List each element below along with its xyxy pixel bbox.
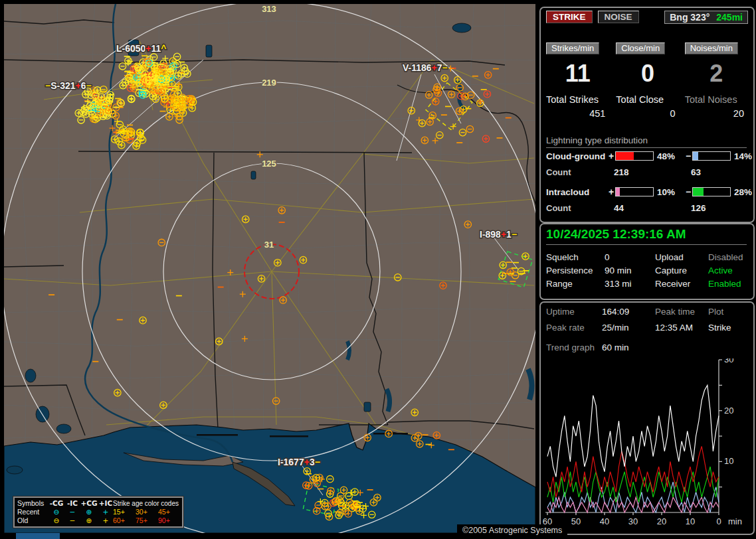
- svg-text:20: 20: [657, 516, 666, 526]
- svg-text:40: 40: [600, 516, 609, 526]
- svg-text:30: 30: [724, 358, 733, 364]
- total-strikes-label: Total Strikes: [546, 94, 609, 105]
- lightning-map[interactable]: 31125219313 −S-321+6−L-6050+11^V-1186+7−…: [4, 4, 535, 533]
- cg-neg-pct: 14%: [731, 151, 752, 161]
- svg-text:20: 20: [724, 406, 733, 416]
- plot-value: Strike: [708, 323, 749, 333]
- ic-pos-recent-icon: +: [98, 508, 113, 516]
- peak-time-label: Peak time: [655, 307, 708, 317]
- plot-label: Plot: [708, 307, 749, 317]
- map-canvas: 31125219313 −S-321+6−L-6050+11^V-1186+7−…: [4, 4, 535, 533]
- uptime-value: 164:09: [602, 307, 655, 317]
- plus-sign: +: [607, 151, 615, 161]
- upload-label: Upload: [655, 252, 708, 262]
- strikes-per-min-button[interactable]: Strikes/min: [546, 42, 599, 54]
- trend-graph: 6050403020100min102030: [542, 358, 752, 532]
- intracloud-count-row: Count 44 126: [546, 203, 749, 213]
- svg-text:−S-321+6−: −S-321+6−: [45, 80, 92, 91]
- datetime-display: 10/24/2025 12:39:16 AM: [546, 227, 747, 245]
- cloud-ground-count-row: Count 218 63: [546, 167, 749, 177]
- strikes-column: Strikes/min 11 Total Strikes 451: [546, 42, 609, 119]
- ic-pos-bar: [615, 187, 654, 196]
- age-75: 75+: [136, 516, 158, 525]
- svg-text:min: min: [728, 516, 742, 526]
- svg-text:50: 50: [571, 516, 581, 526]
- ic-neg-bar: [692, 187, 731, 196]
- trend-graph-duration: 60 min: [602, 343, 655, 352]
- strikes-per-min-value: 11: [546, 60, 609, 90]
- distribution-heading: Lightning type distribution: [546, 135, 747, 148]
- ic-pos-old-icon: +: [98, 516, 113, 525]
- squelch-value: 0: [605, 252, 655, 262]
- close-column: Close/min 0 Total Close 0: [616, 42, 679, 119]
- svg-text:I-898+1−: I-898+1−: [480, 229, 517, 240]
- legend-symbols-header: Symbols: [17, 499, 48, 508]
- capture-status: Active: [708, 266, 749, 275]
- strike-stats-panel: STRIKENOISE Bng 323°245mi Strikes/min 11…: [539, 7, 755, 223]
- range-label: Range: [546, 279, 605, 289]
- squelch-label: Squelch: [546, 252, 605, 262]
- peak-time-value: 12:35 AM: [655, 323, 708, 333]
- count-label: Count: [546, 203, 614, 213]
- total-close-value: 0: [616, 108, 679, 119]
- minus-sign: −: [684, 151, 692, 161]
- minus-sign: −: [684, 187, 692, 197]
- peak-rate-label: Peak rate: [546, 323, 602, 333]
- nexstorm-app: { "window": { "copyright": "©2005 Astrog…: [0, 0, 756, 539]
- cg-pos-old-icon: ⊕: [80, 516, 98, 525]
- cg-pos-count: 218: [614, 167, 691, 177]
- legend-col-cg-pos: +CG: [80, 499, 98, 508]
- bearing-label: Bng 323°: [670, 12, 709, 23]
- persistence-value: 90 min: [605, 266, 655, 275]
- settings-row: Persistence 90 min Capture Active: [546, 266, 749, 275]
- cg-pos-pct: 48%: [654, 151, 684, 161]
- noise-mode-button[interactable]: NOISE: [598, 11, 639, 23]
- age-15: 15+: [113, 508, 136, 516]
- svg-text:10: 10: [686, 516, 695, 526]
- plus-sign: +: [607, 187, 615, 197]
- cg-neg-recent-icon: ⊖: [48, 508, 65, 516]
- cg-pos-recent-icon: ⊕: [80, 508, 98, 516]
- svg-text:I-1677+3−: I-1677+3−: [278, 457, 320, 467]
- ic-neg-old-icon: −: [65, 516, 80, 525]
- legend-old-label: Old: [17, 516, 48, 525]
- ic-neg-pct: 28%: [731, 187, 752, 197]
- status-row: Uptime 164:09 Peak time Plot: [546, 307, 749, 317]
- svg-text:10: 10: [724, 456, 733, 466]
- noises-column: Noises/min 2 Total Noises 20: [685, 42, 748, 119]
- cg-neg-bar: [692, 151, 731, 161]
- bearing-range: 245mi: [716, 12, 743, 23]
- age-60: 60+: [113, 516, 136, 525]
- intracloud-label: Intracloud: [546, 187, 607, 197]
- ic-pos-count: 44: [614, 203, 691, 213]
- legend-age-header: Strike age color codes: [113, 499, 178, 508]
- total-noises-label: Total Noises: [685, 94, 748, 105]
- bottom-status-strip: [16, 533, 60, 539]
- total-close-label: Total Close: [616, 94, 679, 105]
- cg-pos-bar: [615, 151, 654, 161]
- capture-label: Capture: [655, 266, 708, 275]
- noises-per-min-button[interactable]: Noises/min: [685, 42, 738, 54]
- age-30: 30+: [136, 508, 158, 516]
- receiver-status: Enabled: [708, 279, 749, 289]
- svg-text:31: 31: [264, 240, 274, 250]
- age-45: 45+: [158, 508, 178, 516]
- close-per-min-value: 0: [616, 60, 679, 90]
- ic-neg-count: 126: [691, 203, 749, 213]
- peak-rate-value: 25/min: [602, 323, 655, 333]
- close-per-min-button[interactable]: Close/min: [616, 42, 665, 54]
- svg-text:219: 219: [262, 78, 276, 88]
- legend-col-ic-pos: +IC: [98, 499, 113, 508]
- cg-neg-old-icon: ⊖: [48, 516, 65, 525]
- trend-panel: Uptime 164:09 Peak time Plot Peak rate 2…: [539, 301, 755, 535]
- intracloud-row: Intracloud + 10% − 28%: [546, 187, 749, 197]
- settings-row: Squelch 0 Upload Disabled: [546, 252, 749, 262]
- strike-mode-button[interactable]: STRIKE: [546, 11, 593, 23]
- age-90: 90+: [158, 516, 178, 525]
- svg-text:125: 125: [262, 159, 276, 169]
- bearing-readout: Bng 323°245mi: [664, 11, 748, 24]
- svg-text:V-1186+7−: V-1186+7−: [403, 62, 448, 73]
- copyright-text: ©2005 Astrogenic Systems: [457, 524, 567, 536]
- count-label: Count: [546, 167, 614, 177]
- receiver-label: Receiver: [655, 279, 708, 289]
